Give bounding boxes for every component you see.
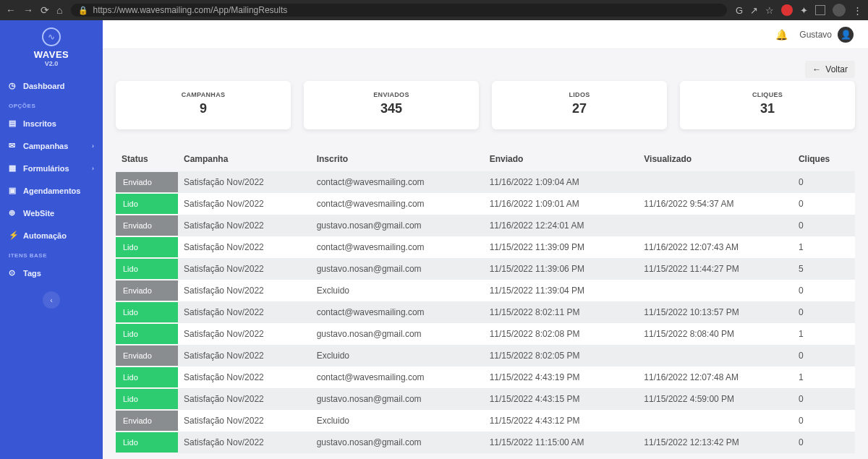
cell-enviado: 11/15/2022 11:39:09 PM — [484, 236, 639, 258]
menu-icon[interactable]: ⋮ — [853, 5, 862, 16]
user-icon: ▤ — [9, 119, 17, 128]
cell-cliques: 0 — [793, 280, 855, 301]
cell-campanha: Satisfação Nov/2022 — [178, 432, 311, 453]
reload-icon[interactable]: ⟳ — [41, 4, 49, 16]
cell-enviado: 11/16/2022 12:24:01 AM — [484, 215, 639, 236]
status-badge: Enviado — [116, 280, 178, 301]
sidebar-item-inscritos[interactable]: ▤ Inscritos — [0, 112, 103, 134]
th-inscrito[interactable]: Inscrito — [311, 147, 484, 171]
gtranslate-icon[interactable]: G — [736, 5, 743, 16]
sidebar-item-automacao[interactable]: ⚡ Automação — [0, 224, 103, 246]
th-cliques[interactable]: Cliques — [793, 147, 855, 171]
table-row[interactable]: LidoSatisfação Nov/2022gustavo.nosan@gma… — [116, 258, 855, 280]
th-status[interactable]: Status — [116, 147, 178, 171]
cell-enviado: 11/16/2022 1:09:04 AM — [484, 171, 639, 193]
chevron-right-icon: › — [92, 142, 94, 150]
stats-row: CAMPANHAS 9 ENVIADOS 345 LIDOS 27 CLIQUE… — [116, 81, 855, 129]
stat-cliques: CLIQUES 31 — [680, 81, 855, 129]
calendar-icon: ▣ — [9, 186, 17, 195]
cell-inscrito: contact@wavesmailing.com — [311, 301, 484, 323]
sidebar-item-website[interactable]: ⊕ WebSite — [0, 202, 103, 224]
brand-name: WAVES — [0, 49, 103, 60]
share-icon[interactable]: ↗ — [750, 5, 758, 16]
sidebar-item-formularios[interactable]: ▦ Formulários › — [0, 157, 103, 179]
sidebar-item-agendamentos[interactable]: ▣ Agendamentos — [0, 179, 103, 202]
back-button[interactable]: ← Voltar — [805, 61, 855, 78]
table-row[interactable]: LidoSatisfação Nov/2022contact@wavesmail… — [116, 301, 855, 323]
table-row[interactable]: EnviadoSatisfação Nov/2022contact@wavesm… — [116, 171, 855, 193]
stat-label: LIDOS — [499, 91, 660, 98]
forward-icon[interactable]: → — [23, 4, 33, 16]
cell-enviado: 11/15/2022 8:02:08 PM — [484, 323, 639, 345]
cell-inscrito: gustavo.nosan@gmail.com — [311, 215, 484, 236]
th-campanha[interactable]: Campanha — [178, 147, 311, 171]
profile-icon[interactable] — [833, 4, 846, 17]
star-icon[interactable]: ☆ — [765, 5, 774, 16]
stat-value: 27 — [499, 101, 660, 116]
cell-cliques: 1 — [793, 323, 855, 345]
table-row[interactable]: LidoSatisfação Nov/2022contact@wavesmail… — [116, 236, 855, 258]
cell-campanha: Satisfação Nov/2022 — [178, 410, 311, 432]
cell-visualizado: 11/15/2022 12:13:42 PM — [638, 432, 793, 453]
form-icon: ▦ — [9, 163, 17, 173]
table-row[interactable]: EnviadoSatisfação Nov/2022Excluido11/15/… — [116, 410, 855, 432]
table-row[interactable]: LidoSatisfação Nov/2022gustavo.nosan@gma… — [116, 323, 855, 345]
th-enviado[interactable]: Enviado — [484, 147, 639, 171]
cell-visualizado: 11/15/2022 4:59:00 PM — [638, 388, 793, 410]
back-icon[interactable]: ← — [6, 4, 16, 16]
sidebar-section-opcoes: OPÇÕES — [0, 97, 103, 112]
status-badge: Lido — [116, 302, 178, 322]
bell-icon[interactable]: 🔔 — [775, 29, 788, 40]
status-badge: Enviado — [116, 215, 178, 236]
cell-campanha: Satisfação Nov/2022 — [178, 215, 311, 236]
cell-inscrito: Excluido — [311, 345, 484, 366]
url-bar[interactable]: 🔒 https://www.wavesmailing.com/App/Maili… — [71, 4, 726, 17]
apps-icon[interactable] — [815, 5, 825, 15]
topbar: 🔔 Gustavo 👤 — [103, 20, 868, 49]
sidebar-item-dashboard[interactable]: ◷ Dashboard — [0, 74, 103, 97]
cell-visualizado: 11/15/2022 11:44:27 PM — [638, 258, 793, 280]
table-row[interactable]: LidoSatisfação Nov/2022contact@wavesmail… — [116, 366, 855, 388]
status-badge: Enviado — [116, 411, 178, 431]
status-badge: Lido — [116, 367, 178, 387]
cell-campanha: Satisfação Nov/2022 — [178, 323, 311, 345]
cell-campanha: Satisfação Nov/2022 — [178, 366, 311, 388]
cell-inscrito: contact@wavesmailing.com — [311, 366, 484, 388]
cell-enviado: 11/15/2022 11:39:04 PM — [484, 280, 639, 301]
logo-icon: ∿ — [42, 27, 61, 46]
stat-value: 31 — [687, 101, 848, 116]
table-row[interactable]: EnviadoSatisfação Nov/2022Excluido11/15/… — [116, 345, 855, 366]
sidebar-item-tags[interactable]: ⊙ Tags — [0, 262, 103, 284]
sidebar-section-itens: ITENS BASE — [0, 246, 103, 262]
table-row[interactable]: LidoSatisfação Nov/2022gustavo.nosan@gma… — [116, 388, 855, 410]
cell-enviado: 11/15/2022 4:43:12 PM — [484, 410, 639, 432]
cell-campanha: Satisfação Nov/2022 — [178, 171, 311, 193]
cell-cliques: 0 — [793, 410, 855, 432]
user-menu[interactable]: Gustavo 👤 — [799, 27, 854, 43]
table-row[interactable]: LidoSatisfação Nov/2022gustavo.nosan@gma… — [116, 432, 855, 453]
extensions-icon[interactable]: ✦ — [800, 5, 808, 16]
cell-visualizado: 11/15/2022 10:13:57 PM — [638, 301, 793, 323]
th-visualizado[interactable]: Visualizado — [638, 147, 793, 171]
status-badge: Lido — [116, 324, 178, 344]
avatar: 👤 — [838, 27, 854, 43]
table-row[interactable]: LidoSatisfação Nov/2022contact@wavesmail… — [116, 193, 855, 215]
cell-inscrito: contact@wavesmailing.com — [311, 236, 484, 258]
cell-cliques: 0 — [793, 193, 855, 215]
extension-icon[interactable] — [781, 4, 793, 16]
table-row[interactable]: EnviadoSatisfação Nov/2022Excluido11/15/… — [116, 280, 855, 301]
cell-visualizado — [638, 345, 793, 366]
sidebar-item-label: Agendamentos — [23, 186, 80, 195]
globe-icon: ⊕ — [9, 208, 17, 218]
collapse-sidebar-button[interactable]: ‹ — [43, 291, 60, 309]
status-badge: Lido — [116, 259, 178, 279]
sidebar-item-label: Formulários — [23, 164, 69, 173]
sidebar-item-campanhas[interactable]: ✉ Campanhas › — [0, 134, 103, 157]
cell-cliques: 0 — [793, 171, 855, 193]
home-icon[interactable]: ⌂ — [56, 4, 62, 16]
cell-visualizado — [638, 280, 793, 301]
table-row[interactable]: EnviadoSatisfação Nov/2022gustavo.nosan@… — [116, 215, 855, 236]
stat-label: CAMPANHAS — [123, 91, 284, 98]
cell-visualizado — [638, 215, 793, 236]
cell-visualizado — [638, 171, 793, 193]
